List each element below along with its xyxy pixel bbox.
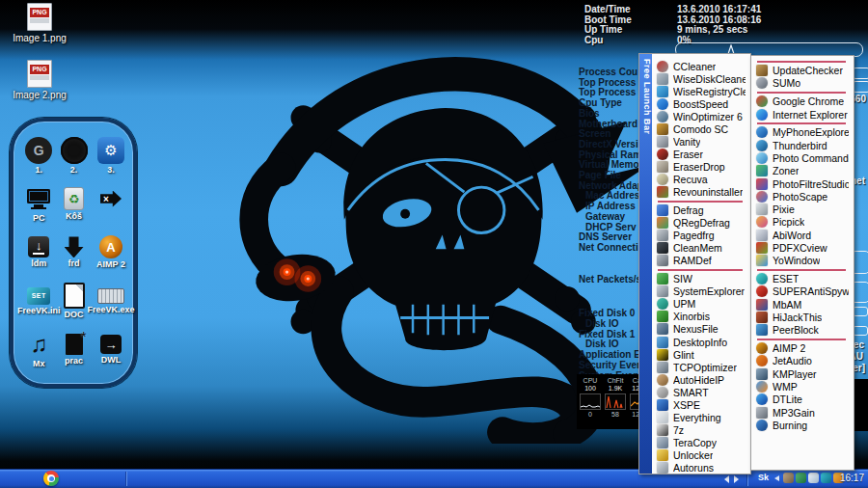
menu-item[interactable]: RAMDef: [654, 255, 748, 267]
menu-item[interactable]: TCPOptimizer: [654, 361, 748, 373]
menu-item[interactable]: TeraCopy: [654, 437, 748, 449]
menu-item[interactable]: PhotoFiltreStudio: [753, 177, 852, 190]
clock[interactable]: 16:17: [840, 473, 864, 483]
dock-item-pc[interactable]: PC: [17, 179, 61, 228]
system-tray: [783, 473, 844, 483]
taskbar-scroll-right-icon[interactable]: [734, 475, 739, 483]
dock-item-freevk-exe[interactable]: FreeVK.exe: [88, 277, 135, 325]
tray-eset-icon[interactable]: [821, 473, 831, 483]
ramdef-icon: [657, 255, 668, 266]
menu-item[interactable]: Vanity: [654, 136, 748, 149]
menu-item[interactable]: BoostSpeed: [654, 97, 748, 110]
menu-item[interactable]: AutoHideIP: [654, 373, 748, 386]
menu-item[interactable]: HiJackThis: [753, 311, 852, 323]
menu-item[interactable]: UPM: [654, 298, 748, 311]
menu-item[interactable]: Xinorbis: [654, 311, 748, 323]
photoscape-icon: [756, 191, 768, 203]
menu-item[interactable]: Eraser: [654, 149, 748, 161]
desktop-icon-label: Image 2.png: [6, 90, 73, 100]
menu-item[interactable]: WiseRegistryCleaner: [654, 85, 748, 97]
sumo-icon: [756, 77, 768, 89]
dock-item-arrowx[interactable]: ×: [88, 179, 135, 228]
menu-item[interactable]: Unlocker: [654, 449, 748, 462]
dock-item-dwl[interactable]: → DWL: [88, 326, 135, 374]
menu-item[interactable]: Everything: [654, 412, 748, 424]
keyboard-icon: [97, 288, 124, 304]
menu-item[interactable]: CCleaner: [654, 60, 748, 72]
unlocker-icon: [657, 449, 668, 461]
desktop-icon-image1[interactable]: PNG Image 1.png: [6, 3, 73, 43]
menu-item[interactable]: SIW: [654, 273, 748, 285]
menu-item[interactable]: Zoner: [753, 165, 852, 177]
menu-item[interactable]: Autoruns: [654, 462, 748, 474]
dock-item-1[interactable]: G 1.: [17, 131, 61, 179]
menu-item[interactable]: SMART: [654, 386, 748, 398]
menu-item[interactable]: 7z: [654, 424, 748, 437]
menu-item[interactable]: UpdateChecker: [753, 65, 852, 77]
menu-item[interactable]: XSPE: [654, 398, 748, 411]
menu-item[interactable]: Google Chrome: [753, 95, 852, 108]
dock-item-recycle[interactable]: ♻ Kôš: [61, 179, 88, 228]
dock-item-prac[interactable]: * prac: [61, 326, 88, 374]
menu-item[interactable]: KMPlayer: [753, 367, 852, 380]
glint-icon: [657, 349, 668, 361]
menu-item[interactable]: SUPERAntiSpyware: [753, 285, 852, 298]
abiword-icon: [756, 230, 768, 241]
dock-item-aimp[interactable]: A AIMP 2: [88, 229, 135, 277]
menu-item[interactable]: MP3Gain: [753, 406, 852, 419]
menu-item[interactable]: QRegDefrag: [654, 217, 748, 230]
menu-item[interactable]: AbiWord: [753, 229, 852, 241]
tray-keyboard-icon[interactable]: [783, 473, 794, 483]
dock-item-doc[interactable]: DOC: [61, 277, 88, 325]
eraser-icon: [657, 149, 668, 160]
language-indicator[interactable]: Sk: [758, 473, 769, 482]
tray-collapse-icon[interactable]: [774, 475, 779, 481]
menu-item[interactable]: DTLite: [753, 393, 852, 406]
dock-item-2[interactable]: 2.: [61, 131, 88, 179]
menu-item[interactable]: Revouninstaller: [654, 186, 748, 199]
dock-item-mx[interactable]: ♫ Mx: [17, 326, 61, 374]
menu-item[interactable]: SystemExplorer: [654, 285, 748, 298]
taskbar-scroll-left-icon[interactable]: [724, 475, 729, 483]
menu-item[interactable]: Glint: [654, 348, 748, 361]
menu-item[interactable]: Photo Commander 7: [753, 151, 852, 164]
menu-item[interactable]: Thunderbird: [753, 139, 852, 151]
menu-item[interactable]: JetAudio: [753, 355, 852, 367]
desktop-icon-image2[interactable]: PNG Image 2.png: [6, 60, 73, 100]
menu-item[interactable]: Pagedfrg: [654, 230, 748, 242]
menu-item[interactable]: Picpick: [753, 216, 852, 229]
menu-item[interactable]: Comodo SC: [654, 122, 748, 135]
menu-item[interactable]: SUMo: [753, 77, 852, 90]
menu-item[interactable]: MyPhoneExplorer: [753, 126, 852, 139]
taskbar-divider: [125, 472, 126, 486]
menu-item[interactable]: YoWindow: [753, 255, 852, 267]
menu-item[interactable]: WinOptimizer 6: [654, 110, 748, 122]
menu-item[interactable]: Burning: [753, 419, 852, 431]
menu-item[interactable]: MbAM: [753, 298, 852, 311]
menu-item[interactable]: AIMP 2: [753, 341, 852, 354]
menu-item[interactable]: Recuva: [654, 174, 748, 186]
monitor-chflt-column: ChFlt1.9K 58: [604, 377, 627, 426]
menu-item[interactable]: ESET: [753, 272, 852, 285]
menu-item[interactable]: EraserDrop: [654, 161, 748, 174]
dock-item-3[interactable]: ⚙ 3.: [88, 131, 135, 179]
tray-chat-icon[interactable]: [808, 473, 819, 483]
menu-item[interactable]: WiseDiskCleaner: [654, 72, 748, 85]
menu-item[interactable]: PhotoScape: [753, 190, 852, 203]
menu-item[interactable]: PeerBlock: [753, 324, 852, 337]
aimp-icon: [756, 342, 768, 354]
chrome-start-icon[interactable]: [43, 471, 59, 486]
menu-item[interactable]: NexusFile: [654, 323, 748, 336]
dock-item-freevk-ini[interactable]: SET FreeVK.ini: [17, 277, 61, 325]
menu-item[interactable]: DesktopInfo: [654, 336, 748, 348]
tray-shield-icon[interactable]: [796, 473, 806, 483]
menu-item[interactable]: Defrag: [654, 204, 748, 217]
dock-item-ldm[interactable]: ↓ ldm: [17, 229, 61, 277]
menu-item[interactable]: PDFXCview: [753, 241, 852, 254]
menu-item[interactable]: Pixie: [753, 203, 852, 215]
dock-item-frd[interactable]: frd: [61, 229, 88, 277]
menu-title-strip: Free Launch Bar: [639, 54, 652, 474]
menu-item[interactable]: WMP: [753, 380, 852, 393]
menu-item[interactable]: Internet Explorer: [753, 108, 852, 121]
menu-item[interactable]: CleanMem: [654, 242, 748, 255]
